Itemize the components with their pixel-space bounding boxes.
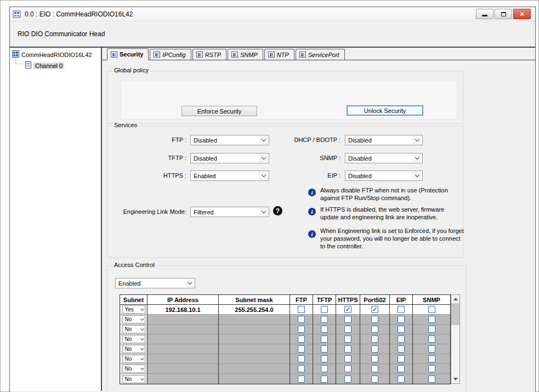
port502-checkbox[interactable]: ✓ bbox=[371, 306, 378, 313]
titlebar[interactable]: 0.0 : EIO : CommHeadRIODIO16L42 × bbox=[10, 7, 535, 21]
https-checkbox[interactable] bbox=[344, 355, 351, 362]
tftp-checkbox[interactable] bbox=[321, 365, 328, 372]
https-select[interactable]: Enabled bbox=[190, 171, 269, 181]
tftp-checkbox[interactable] bbox=[321, 326, 328, 333]
tab-ntp[interactable]: NTP bbox=[264, 49, 294, 60]
scroll-up-button[interactable] bbox=[451, 295, 459, 303]
tab-serviceport[interactable]: ServicePort bbox=[296, 49, 345, 60]
port502-checkbox[interactable] bbox=[371, 345, 378, 353]
scrollbar-thumb[interactable] bbox=[451, 303, 459, 325]
snmp-checkbox[interactable] bbox=[428, 365, 435, 372]
eip-checkbox[interactable] bbox=[398, 326, 405, 333]
eip-checkbox[interactable] bbox=[398, 365, 405, 372]
eip-checkbox[interactable] bbox=[398, 336, 405, 343]
ftp-checkbox[interactable] bbox=[298, 345, 305, 353]
tab-ipconfig[interactable]: IPConfig bbox=[150, 49, 191, 60]
eip-value: Disabled bbox=[348, 173, 372, 179]
ftp-checkbox[interactable] bbox=[298, 326, 305, 333]
subnet-select[interactable]: No bbox=[122, 345, 145, 353]
restore-button[interactable] bbox=[495, 9, 512, 19]
subnet-select[interactable]: No bbox=[122, 325, 145, 333]
snmp-select[interactable]: Disabled bbox=[345, 153, 423, 163]
tab-rstp[interactable]: RSTP bbox=[192, 49, 226, 60]
ip-cell bbox=[147, 344, 219, 354]
snmp-checkbox[interactable] bbox=[428, 326, 435, 333]
unlock-security-button[interactable]: Unlock Security bbox=[347, 105, 423, 116]
col-ip: IP Address bbox=[147, 295, 219, 305]
snmp-checkbox[interactable] bbox=[428, 336, 435, 343]
eip-checkbox[interactable] bbox=[398, 306, 405, 313]
eip-checkbox[interactable] bbox=[398, 376, 405, 383]
subnet-select[interactable]: Yes bbox=[122, 305, 145, 314]
snmp-checkbox[interactable] bbox=[428, 316, 435, 323]
tftp-checkbox[interactable] bbox=[321, 345, 328, 353]
eip-checkbox[interactable] bbox=[398, 316, 405, 323]
port502-checkbox[interactable] bbox=[371, 365, 378, 372]
snmp-checkbox[interactable] bbox=[428, 355, 435, 362]
tab-snmp[interactable]: SNMP bbox=[228, 49, 263, 60]
https-checkbox[interactable] bbox=[344, 336, 351, 343]
ftp-select[interactable]: Disabled bbox=[190, 135, 269, 145]
subnet-select[interactable]: No bbox=[122, 375, 145, 383]
eip-checkbox[interactable] bbox=[398, 355, 405, 362]
mask-cell[interactable]: 255.255.254.0 bbox=[219, 305, 290, 315]
access-control-state-select[interactable]: Enabled bbox=[115, 278, 195, 288]
tftp-checkbox[interactable] bbox=[321, 316, 328, 323]
subnet-value: No bbox=[125, 326, 132, 332]
https-checkbox[interactable]: ✓ bbox=[344, 306, 351, 313]
ip-cell[interactable]: 192.168.10.1 bbox=[147, 305, 219, 315]
engineering-link-value: Filtered bbox=[194, 209, 214, 215]
tab-label: NTP bbox=[277, 52, 289, 58]
snmp-checkbox[interactable] bbox=[428, 306, 435, 313]
enforce-security-button[interactable]: Enforce Security bbox=[181, 106, 257, 116]
dhcp-value: Disabled bbox=[348, 137, 372, 144]
ftp-checkbox[interactable] bbox=[298, 336, 305, 343]
https-checkbox[interactable] bbox=[344, 345, 351, 353]
ftp-checkbox[interactable] bbox=[298, 365, 305, 372]
https-checkbox[interactable] bbox=[344, 326, 351, 333]
minimize-button[interactable] bbox=[476, 9, 493, 19]
tftp-checkbox[interactable] bbox=[321, 336, 328, 343]
https-checkbox[interactable] bbox=[344, 376, 351, 383]
note-ftp: Always disable FTP when not in use (Prot… bbox=[320, 187, 464, 202]
channel-doc-icon bbox=[25, 61, 31, 70]
tree-item-channel0[interactable]: Channel 0 bbox=[23, 61, 101, 70]
tftp-checkbox[interactable] bbox=[321, 355, 328, 362]
table-scrollbar[interactable] bbox=[451, 294, 460, 384]
tftp-checkbox[interactable] bbox=[321, 306, 328, 313]
scroll-down-button[interactable] bbox=[451, 375, 459, 383]
tree-item-root[interactable]: CommHeadRIODIO16L42 bbox=[10, 50, 101, 59]
port502-checkbox[interactable] bbox=[371, 355, 378, 362]
ip-cell bbox=[147, 325, 219, 334]
ftp-checkbox[interactable] bbox=[298, 316, 305, 323]
help-icon[interactable]: ? bbox=[273, 206, 282, 215]
ftp-checkbox[interactable] bbox=[298, 355, 305, 362]
port502-checkbox[interactable] bbox=[371, 376, 378, 383]
close-button[interactable]: × bbox=[513, 9, 531, 19]
dhcp-select[interactable]: Disabled bbox=[345, 135, 423, 145]
tab-security[interactable]: Security bbox=[107, 48, 149, 60]
dhcp-label: DHCP / BOOTP : bbox=[268, 137, 341, 143]
subnet-select[interactable]: No bbox=[122, 355, 145, 363]
subnet-select[interactable]: No bbox=[122, 365, 145, 373]
window-title: 0.0 : EIO : CommHeadRIODIO16L42 bbox=[25, 10, 133, 18]
port502-checkbox[interactable] bbox=[371, 316, 378, 323]
arrow-down-icon bbox=[453, 378, 458, 380]
port502-checkbox[interactable] bbox=[371, 336, 378, 343]
ftp-value: Disabled bbox=[194, 137, 217, 144]
https-checkbox[interactable] bbox=[344, 316, 351, 323]
eip-select[interactable]: Disabled bbox=[345, 171, 423, 181]
ftp-checkbox[interactable] bbox=[298, 306, 305, 313]
subnet-select[interactable]: No bbox=[122, 315, 145, 323]
snmp-checkbox[interactable] bbox=[428, 345, 435, 353]
engineering-link-select[interactable]: Filtered bbox=[190, 207, 269, 217]
tftp-checkbox[interactable] bbox=[321, 376, 328, 383]
snmp-checkbox[interactable] bbox=[428, 376, 435, 383]
tftp-select[interactable]: Disabled bbox=[190, 153, 269, 163]
https-checkbox[interactable] bbox=[344, 365, 351, 372]
ftp-checkbox[interactable] bbox=[298, 376, 305, 383]
col-mask: Subnet mask bbox=[219, 295, 290, 305]
port502-checkbox[interactable] bbox=[371, 326, 378, 333]
eip-checkbox[interactable] bbox=[398, 345, 405, 353]
subnet-select[interactable]: No bbox=[122, 335, 145, 343]
